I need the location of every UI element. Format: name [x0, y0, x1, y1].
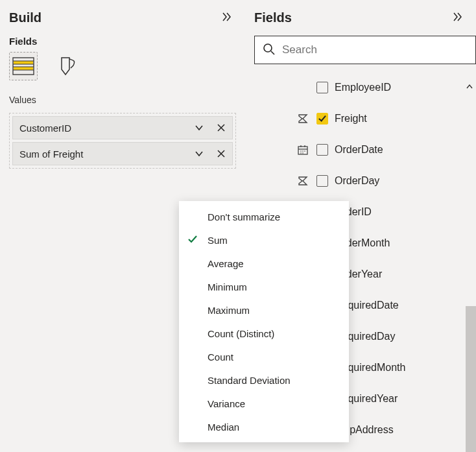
fields-title: Fields	[254, 10, 292, 25]
field-checkbox[interactable]	[316, 82, 328, 93]
field-name: EmployeeID	[335, 82, 391, 93]
pill-label: CustomerID	[19, 123, 188, 134]
svg-point-13	[300, 150, 302, 152]
field-name: OrderDate	[335, 144, 383, 156]
field-checkbox[interactable]	[316, 175, 328, 187]
search-input[interactable]	[282, 43, 468, 56]
svg-rect-1	[14, 61, 33, 64]
menu-item-label: Count (Distinct)	[208, 328, 274, 339]
menu-item-label: Minimum	[208, 281, 247, 292]
pill-dropdown-icon[interactable]	[188, 143, 210, 165]
field-type-icon	[296, 144, 310, 156]
field-type-icon	[296, 175, 310, 187]
svg-point-17	[302, 152, 303, 154]
menu-item-don-t-summarize[interactable]: Don't summarize	[179, 205, 349, 228]
field-name: OrderDay	[335, 175, 379, 187]
menu-item-variance[interactable]: Variance	[179, 392, 349, 415]
build-fields-label: Fields	[9, 36, 236, 47]
field-row-orderday[interactable]: OrderDay	[314, 165, 476, 196]
search-icon	[263, 43, 276, 58]
svg-point-7	[264, 44, 272, 52]
value-pill-freight[interactable]: Sum of Freight	[12, 142, 233, 165]
search-box[interactable]	[254, 36, 476, 64]
svg-point-15	[304, 150, 305, 152]
aggregation-menu: Don't summarizeSumAverageMinimumMaximumC…	[179, 201, 349, 442]
menu-item-label: Sum	[208, 235, 228, 246]
menu-item-label: Average	[208, 258, 244, 269]
field-name: Freight	[335, 113, 367, 125]
svg-line-8	[271, 51, 274, 54]
value-pill-customerid[interactable]: CustomerID	[12, 116, 233, 139]
menu-item-label: Maximum	[208, 305, 250, 316]
menu-item-label: Variance	[208, 398, 245, 409]
format-visual-button[interactable]	[53, 52, 82, 80]
menu-item-label: Count	[208, 351, 233, 363]
collapse-fields-icon[interactable]	[449, 8, 467, 28]
field-checkbox[interactable]	[316, 113, 328, 125]
pill-remove-icon[interactable]	[210, 117, 232, 139]
check-icon	[187, 233, 198, 247]
menu-item-minimum[interactable]: Minimum	[179, 275, 349, 298]
svg-rect-0	[13, 58, 34, 75]
menu-item-count[interactable]: Count	[179, 345, 349, 368]
menu-item-average[interactable]: Average	[179, 252, 349, 275]
svg-rect-2	[14, 67, 33, 70]
collapse-build-icon[interactable]	[218, 8, 236, 28]
field-row-freight[interactable]: Freight	[314, 103, 476, 134]
menu-item-label: Median	[208, 422, 239, 433]
pill-dropdown-icon[interactable]	[188, 117, 210, 139]
menu-item-sum[interactable]: Sum	[179, 228, 349, 252]
svg-point-16	[300, 152, 302, 154]
build-title: Build	[9, 10, 42, 25]
field-row-employeeid[interactable]: EmployeeID	[314, 72, 476, 103]
values-well[interactable]: CustomerID Sum of Freight	[9, 113, 236, 169]
field-row-orderdate[interactable]: OrderDate	[314, 134, 476, 165]
menu-item-label: Don't summarize	[208, 211, 280, 222]
menu-item-maximum[interactable]: Maximum	[179, 298, 349, 322]
menu-item-count-distinct-[interactable]: Count (Distinct)	[179, 322, 349, 345]
pill-remove-icon[interactable]	[210, 143, 232, 165]
svg-point-14	[302, 150, 303, 152]
menu-item-standard-deviation[interactable]: Standard Deviation	[179, 368, 349, 392]
pill-label: Sum of Freight	[19, 149, 188, 160]
field-type-icon	[296, 113, 310, 125]
scrollbar[interactable]	[466, 306, 476, 452]
table-visual-button[interactable]	[9, 52, 38, 80]
field-checkbox[interactable]	[316, 144, 328, 156]
expand-icon[interactable]	[466, 82, 473, 93]
values-label: Values	[9, 95, 236, 105]
menu-item-label: Standard Deviation	[208, 375, 291, 386]
menu-item-median[interactable]: Median	[179, 415, 349, 438]
